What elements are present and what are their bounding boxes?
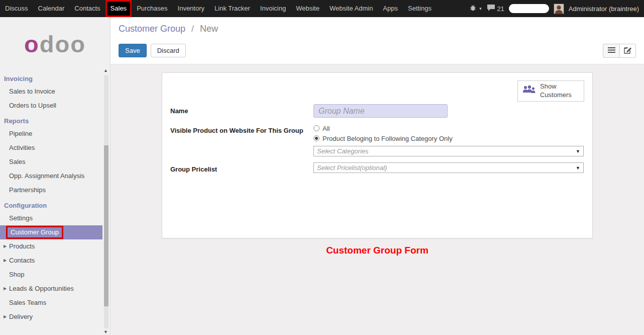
form-view-button[interactable] [619, 44, 636, 58]
status-pill [509, 4, 549, 13]
menu-item-apps[interactable]: Apps [378, 0, 403, 17]
menu-item-calendar[interactable]: Calendar [33, 0, 70, 17]
sidebar-item-customer-group[interactable]: Customer Group [0, 225, 102, 239]
screen: Discuss Calendar Contacts Sales Purchase… [0, 0, 644, 335]
sidebar-heading-invoicing: Invoicing [0, 70, 110, 85]
caret-down-icon: ▼ [478, 7, 482, 11]
sidebar-item-customer-group-label: Customer Group [6, 226, 63, 239]
expand-arrow-icon: ▶ [4, 310, 7, 324]
menu-item-contacts[interactable]: Contacts [69, 0, 105, 17]
name-label: Name [170, 104, 313, 118]
app-menu: Discuss Calendar Contacts Sales Purchase… [0, 0, 437, 17]
edit-form-icon [624, 46, 632, 56]
sidebar-item-products[interactable]: ▶ Products [0, 239, 110, 254]
content-area: Show Customers Name Visible Product on W… [111, 65, 644, 335]
sidebar-item-settings[interactable]: Settings [0, 211, 110, 225]
breadcrumb: Customer Group / New [111, 17, 644, 34]
radio-button-checked-icon[interactable] [313, 135, 319, 141]
sidebar-item-opp-assignment-analysis[interactable]: Opp. Assignment Analysis [0, 169, 110, 183]
pricelist-placeholder: Select Pricelist(optional) [317, 164, 387, 172]
customers-icon [522, 85, 536, 97]
group-name-input[interactable] [313, 104, 448, 118]
show-customers-label: Show Customers [540, 82, 580, 100]
pricelist-row: Group Pricelist Select Pricelist(optiona… [170, 162, 584, 173]
menu-item-settings[interactable]: Settings [403, 0, 437, 17]
sidebar-item-sales-to-invoice[interactable]: Sales to Invoice [0, 85, 110, 99]
sidebar-item-delivery[interactable]: ▶ Delivery [0, 310, 110, 324]
messages-count: 21 [497, 5, 504, 13]
save-button[interactable]: Save [119, 44, 147, 57]
caret-down-icon: ▼ [576, 149, 580, 154]
sidebar: odoo Invoicing Sales to Invoice Orders t… [0, 17, 111, 335]
list-icon [608, 46, 615, 55]
logo-letters: doo [40, 30, 86, 58]
radio-button-icon[interactable] [313, 125, 319, 131]
expand-arrow-icon: ▶ [4, 254, 7, 268]
chat-icon [487, 4, 495, 13]
sidebar-heading-configuration: Configuration [0, 197, 110, 211]
categories-select[interactable]: Select Categories ▼ [313, 146, 584, 156]
categories-placeholder: Select Categories [317, 147, 369, 155]
breadcrumb-separator: / [191, 24, 194, 34]
visible-product-row: Visible Product on Website For This Grou… [170, 124, 584, 156]
menu-item-sales[interactable]: Sales [105, 0, 132, 17]
systray: ▼ 21 Administrator (braintree) [469, 0, 644, 17]
visible-product-label: Visible Product on Website For This Grou… [170, 124, 313, 156]
sidebar-item-pipeline[interactable]: Pipeline [0, 127, 110, 141]
pricelist-select[interactable]: Select Pricelist(optional) ▼ [313, 162, 584, 173]
radio-category-option[interactable]: Product Beloging to Following Category O… [313, 134, 584, 143]
sidebar-item-label: Contacts [9, 257, 35, 264]
menu-item-discuss[interactable]: Discuss [0, 0, 33, 17]
sidebar-item-partnerships[interactable]: Partnerships [0, 183, 110, 197]
breadcrumb-parent-link[interactable]: Customer Group [119, 24, 185, 34]
sidebar-item-label: Delivery [9, 313, 33, 320]
control-panel: Customer Group / New Save Discard [111, 17, 644, 64]
sidebar-item-contacts[interactable]: ▶ Contacts [0, 254, 110, 268]
radio-all-option[interactable]: All [313, 124, 584, 133]
menu-item-invoicing[interactable]: Invoicing [255, 0, 291, 17]
avatar[interactable] [554, 4, 564, 14]
sidebar-heading-reports: Reports [0, 113, 110, 127]
menu-item-link-tracker[interactable]: Link Tracker [209, 0, 255, 17]
view-switcher [603, 44, 636, 58]
menu-item-website-admin[interactable]: Website Admin [325, 0, 378, 17]
customer-group-form: Name Visible Product on Website For This… [170, 104, 584, 173]
list-view-button[interactable] [603, 44, 619, 58]
scroll-up-icon[interactable]: ▲ [103, 68, 108, 73]
scrollbar-thumb[interactable] [104, 145, 109, 306]
pricelist-label: Group Pricelist [170, 162, 313, 173]
breadcrumb-current: New [200, 24, 218, 34]
bug-icon [469, 4, 477, 13]
sidebar-scrollbar[interactable] [104, 75, 109, 328]
messages-button[interactable]: 21 [487, 4, 504, 13]
sidebar-item-activities[interactable]: Activities [0, 141, 110, 155]
sidebar-item-sales[interactable]: Sales [0, 155, 110, 169]
menu-item-purchases[interactable]: Purchases [132, 0, 172, 17]
sidebar-item-label: Products [9, 242, 35, 250]
expand-arrow-icon: ▶ [4, 282, 7, 296]
menu-item-inventory[interactable]: Inventory [173, 0, 209, 17]
sidebar-item-sales-teams[interactable]: Sales Teams [0, 296, 110, 310]
scroll-down-icon[interactable]: ▼ [103, 329, 108, 334]
form-sheet: Show Customers Name Visible Product on W… [162, 72, 593, 238]
sidebar-item-label: Leads & Opportunities [9, 285, 74, 292]
odoo-logo[interactable]: odoo [0, 17, 110, 70]
discard-button[interactable]: Discard [151, 44, 186, 57]
show-customers-button[interactable]: Show Customers [517, 80, 584, 102]
expand-arrow-icon: ▶ [4, 239, 7, 254]
top-menubar: Discuss Calendar Contacts Sales Purchase… [0, 0, 644, 17]
menu-item-website[interactable]: Website [291, 0, 325, 17]
caret-down-icon: ▼ [576, 165, 580, 171]
sidebar-item-leads-opportunities[interactable]: ▶ Leads & Opportunities [0, 282, 110, 296]
sidebar-item-orders-to-upsell[interactable]: Orders to Upsell [0, 99, 110, 113]
annotation-caption: Customer Group Form [111, 245, 644, 256]
action-buttons: Save Discard [119, 44, 186, 57]
user-menu[interactable]: Administrator (braintree) [569, 5, 639, 13]
main-area: Customer Group / New Save Discard [111, 17, 644, 335]
name-row: Name [170, 104, 584, 118]
radio-category-label[interactable]: Product Beloging to Following Category O… [323, 135, 453, 142]
radio-all-label[interactable]: All [323, 125, 330, 132]
sidebar-item-shop[interactable]: Shop [0, 268, 110, 282]
debug-menu-button[interactable]: ▼ [469, 4, 482, 13]
logo-letter: o [24, 30, 40, 58]
